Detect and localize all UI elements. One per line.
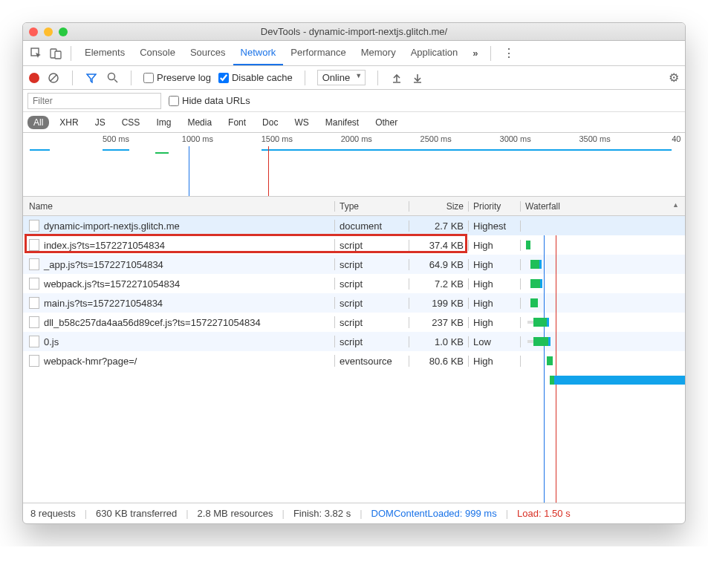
separator (71, 46, 71, 61)
table-header[interactable]: Name Type Size Priority Waterfall▲ (23, 197, 685, 216)
request-size: 7.2 KB (409, 278, 469, 290)
separator (377, 71, 378, 85)
request-name: 0.js (44, 336, 59, 347)
type-filter-media[interactable]: Media (181, 116, 218, 129)
filter-icon[interactable] (85, 71, 98, 85)
waterfall-bar (533, 318, 547, 327)
waterfall-queue-bar (527, 340, 533, 343)
request-type-filter: AllXHRJSCSSImgMediaFontDocWSManifestOthe… (23, 112, 685, 133)
tab-console[interactable]: Console (132, 41, 183, 65)
titlebar: DevTools - dynamic-import-nextjs.glitch.… (23, 23, 685, 41)
type-filter-doc[interactable]: Doc (256, 116, 284, 129)
request-type: script (335, 240, 409, 251)
request-name: _app.js?ts=1572271054834 (44, 259, 163, 270)
hide-data-urls-checkbox[interactable]: Hide data URLs (169, 95, 250, 106)
type-filter-ws[interactable]: WS (288, 116, 314, 129)
separator (131, 71, 131, 85)
kebab-menu-icon[interactable]: ⋮ (497, 43, 521, 63)
file-icon (29, 258, 39, 270)
type-filter-other[interactable]: Other (369, 116, 403, 129)
request-name: webpack-hmr?page=/ (44, 356, 137, 367)
tab-network[interactable]: Network (233, 41, 284, 65)
filter-row: Hide data URLs (23, 90, 685, 112)
type-filter-font[interactable]: Font (222, 116, 252, 129)
search-icon[interactable] (105, 71, 119, 85)
window-title: DevTools - dynamic-import-nextjs.glitch.… (23, 26, 685, 37)
request-type: script (335, 278, 409, 290)
timeline-tick: 3000 ms (500, 134, 531, 143)
request-priority: High (469, 356, 521, 367)
clear-icon[interactable] (47, 71, 60, 85)
waterfall-bar (526, 241, 530, 249)
svg-line-4 (51, 75, 56, 81)
sort-arrow-icon: ▲ (672, 201, 679, 209)
timeline-tick: 1500 ms (262, 134, 293, 143)
tab-memory[interactable]: Memory (354, 41, 403, 65)
filter-input[interactable] (27, 93, 161, 109)
waterfall-bar (554, 376, 686, 385)
device-toggle-icon[interactable] (47, 45, 65, 62)
waterfall-bar (547, 356, 553, 365)
record-button[interactable] (29, 73, 39, 83)
request-type: document (335, 220, 409, 232)
disable-cache-checkbox[interactable]: Disable cache (218, 72, 293, 83)
upload-har-icon[interactable] (390, 71, 403, 85)
column-type[interactable]: Type (335, 201, 409, 212)
timeline-tick: 1000 ms (182, 134, 213, 143)
type-filter-manifest[interactable]: Manifest (319, 116, 365, 129)
waterfall-dcl-line (544, 235, 545, 503)
type-filter-xhr[interactable]: XHR (53, 116, 84, 129)
request-type: script (335, 259, 409, 270)
more-panels-icon[interactable]: » (467, 43, 484, 63)
request-size: 237 KB (409, 317, 469, 328)
request-size: 37.4 KB (409, 240, 469, 251)
timeline-tick: 500 ms (103, 134, 129, 143)
inspect-element-icon[interactable] (27, 45, 45, 62)
download-har-icon[interactable] (411, 71, 424, 85)
waterfall-queue-bar (527, 321, 533, 324)
timeline-overview[interactable]: 500 ms1000 ms1500 ms2000 ms2500 ms3000 m… (23, 133, 685, 197)
request-name: index.js?ts=1572271054834 (44, 240, 165, 251)
request-type: eventsource (335, 356, 409, 367)
column-waterfall[interactable]: Waterfall▲ (521, 201, 685, 212)
waterfall-bar (533, 337, 548, 346)
timeline-tick: 2500 ms (420, 134, 452, 143)
waterfall-bar (539, 260, 542, 269)
request-name: dll_b58c257da4aa56d89cef.js?ts=157227105… (44, 317, 261, 328)
waterfall-load-line (556, 235, 556, 503)
overview-bar (262, 149, 672, 151)
request-type: script (335, 336, 409, 347)
request-priority: High (469, 278, 521, 290)
request-name: main.js?ts=1572271054834 (44, 298, 163, 309)
overview-bar (103, 149, 129, 151)
request-priority: High (469, 240, 521, 251)
tab-application[interactable]: Application (403, 41, 466, 65)
settings-gear-icon[interactable]: ⚙ (669, 71, 679, 85)
request-size: 64.9 KB (409, 259, 469, 270)
tab-elements[interactable]: Elements (77, 41, 132, 65)
file-icon (29, 220, 39, 232)
tab-performance[interactable]: Performance (283, 41, 353, 65)
devtools-window: DevTools - dynamic-import-nextjs.glitch.… (22, 22, 686, 524)
timeline-tick: 3500 ms (579, 134, 610, 143)
type-filter-img[interactable]: Img (150, 116, 177, 129)
throttling-select[interactable]: Online (317, 70, 366, 85)
status-finish: Finish: 3.82 s (293, 508, 351, 519)
waterfall-bar (530, 279, 540, 288)
request-priority: High (469, 259, 521, 270)
type-filter-js[interactable]: JS (89, 116, 111, 129)
waterfall-bar (548, 337, 551, 346)
tab-sources[interactable]: Sources (183, 41, 233, 65)
request-name: webpack.js?ts=1572271054834 (44, 278, 180, 290)
column-size[interactable]: Size (409, 201, 469, 212)
column-name[interactable]: Name (23, 201, 335, 212)
type-filter-all[interactable]: All (27, 116, 49, 129)
preserve-log-label: Preserve log (157, 72, 211, 83)
request-priority: High (469, 317, 521, 328)
table-row[interactable]: dynamic-import-nextjs.glitch.medocument2… (23, 216, 685, 235)
load-marker (268, 146, 269, 196)
request-priority: Highest (469, 220, 521, 232)
type-filter-css[interactable]: CSS (116, 116, 146, 129)
column-priority[interactable]: Priority (469, 201, 521, 212)
preserve-log-checkbox[interactable]: Preserve log (143, 72, 211, 83)
